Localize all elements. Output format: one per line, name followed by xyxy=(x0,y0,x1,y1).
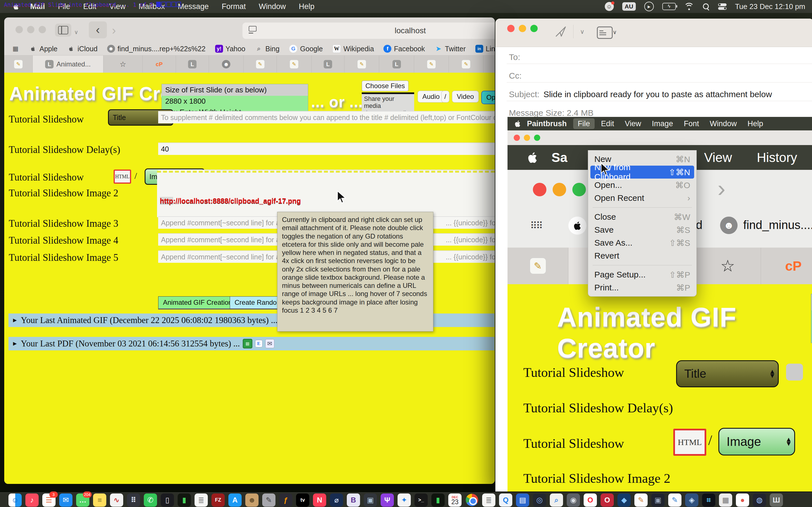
file-menu-item-save[interactable]: Save⌘S xyxy=(588,223,696,236)
disclosure-triangle-icon[interactable]: ► xyxy=(12,317,18,324)
tab[interactable]: L xyxy=(379,55,414,73)
battery-icon[interactable]: ϟ xyxy=(662,3,676,10)
choose-files-button[interactable]: Choose Files xyxy=(362,80,409,91)
control-center-icon[interactable] xyxy=(718,3,726,10)
dock-firefox[interactable]: ƒ xyxy=(279,494,292,507)
title-input[interactable]: To supplement # delimited comments below… xyxy=(158,111,495,123)
email-icon[interactable]: ✉ xyxy=(265,339,274,348)
file-menu-item-save-as-[interactable]: Save As...⇧⌘S xyxy=(588,236,696,249)
dock-disk[interactable]: ◎ xyxy=(533,494,546,507)
tab[interactable]: L xyxy=(176,55,209,73)
bookmark-Yahoo[interactable]: y!Yahoo xyxy=(215,45,245,53)
video-button[interactable]: Video xyxy=(452,91,479,103)
tab-active[interactable]: LAnimated... xyxy=(33,55,103,73)
dock-finder[interactable]: ☺ xyxy=(8,494,22,507)
dock-grid-app[interactable]: ▦ xyxy=(719,494,732,507)
sidebar-toggle-button[interactable] xyxy=(55,24,71,37)
close-button[interactable] xyxy=(15,26,23,33)
bookmark-Twitter[interactable]: ➤Twitter xyxy=(435,45,466,53)
dock-moon-app[interactable]: ◍ xyxy=(753,494,766,507)
dock-textedit[interactable]: ≣ xyxy=(195,494,208,507)
menu-mailbox[interactable]: Mailbox xyxy=(139,2,165,11)
dock-bbedit[interactable]: B xyxy=(347,494,360,507)
image2-url-link[interactable]: http://localhost:8888/clipboad_agif-17.p… xyxy=(160,197,301,205)
attached-screenshot[interactable]: Paintbrush FileEditViewImageFontWindowHe… xyxy=(507,117,812,492)
dock-apple-tv[interactable]: tv xyxy=(296,494,309,507)
dock-gimp[interactable]: ✎ xyxy=(262,494,275,507)
chevron-down-icon[interactable]: ∨ xyxy=(74,29,79,36)
minimize-button[interactable] xyxy=(27,26,35,33)
menu-edit[interactable]: Edit xyxy=(83,2,96,11)
tab[interactable]: ✎ xyxy=(345,55,379,73)
dock-calendar[interactable]: DEC23 xyxy=(448,494,462,507)
bookmark-Lin[interactable]: inLin xyxy=(475,45,495,53)
tab[interactable]: L xyxy=(312,55,345,73)
dock-camera[interactable]: ◉ xyxy=(567,494,580,507)
dock-facetime[interactable]: ✆ xyxy=(144,494,157,507)
dock-podcasts[interactable]: Ψ xyxy=(380,494,394,507)
dock-messages[interactable]: …204 xyxy=(76,494,89,507)
dock-preview[interactable]: ▣ xyxy=(364,494,377,507)
dock-utility[interactable]: ▮ xyxy=(177,494,191,507)
menu-window[interactable]: Window xyxy=(259,2,286,11)
tab[interactable]: ✎ xyxy=(449,55,484,73)
bookmark-Facebook[interactable]: fFacebook xyxy=(384,45,425,53)
wifi-icon[interactable] xyxy=(684,3,694,10)
bookmark-Bing[interactable]: ⌕Bing xyxy=(255,45,280,53)
dock-paintbrush-2[interactable]: ✎ xyxy=(668,494,681,507)
dock-chrome[interactable] xyxy=(465,494,478,507)
address-bar[interactable]: localhost xyxy=(243,22,495,39)
dock-utility-2[interactable]: ▮ xyxy=(432,494,445,507)
page-settings-icon[interactable] xyxy=(249,26,256,35)
menu-bar-clock[interactable]: Tue 23 Dec 12:10 pm xyxy=(735,2,805,11)
close-button[interactable] xyxy=(507,25,515,32)
dock-code-app[interactable]: ⌗ xyxy=(702,494,715,507)
menu-message[interactable]: Message xyxy=(178,2,209,11)
size-value[interactable]: 2880 x 1800 xyxy=(162,96,308,107)
dock-meter[interactable]: ∿ xyxy=(110,494,123,507)
delay-input[interactable]: 40 xyxy=(158,143,495,155)
tab[interactable]: ✎ xyxy=(484,55,495,73)
menu-mail[interactable]: Mail xyxy=(30,2,45,11)
chevron-down-icon[interactable]: ∨ xyxy=(613,29,617,36)
dock-dev-app[interactable]: ◆ xyxy=(617,494,631,507)
file-menu-item-revert[interactable]: Revert xyxy=(588,249,696,262)
zoom-button[interactable] xyxy=(39,26,46,33)
bookmark-grid[interactable]: ▦ xyxy=(11,45,19,53)
disclosure-triangle-icon[interactable]: ► xyxy=(12,340,18,347)
apple-menu-icon[interactable] xyxy=(12,3,20,10)
back-button[interactable]: ‹ xyxy=(89,21,107,38)
dock-blue-app[interactable]: ◈ xyxy=(685,494,698,507)
dock-filezilla[interactable]: FZ xyxy=(211,494,225,507)
dock-safari[interactable]: ✦ xyxy=(398,494,411,507)
file-menu-item-print-[interactable]: Print...⌘P xyxy=(588,281,696,294)
now-playing-icon[interactable]: ▶ xyxy=(644,2,654,11)
tab[interactable]: ✎ xyxy=(4,55,33,73)
menu-file[interactable]: File xyxy=(58,2,70,11)
dock-opera-gx[interactable]: O xyxy=(601,494,614,507)
format-button[interactable] xyxy=(597,26,613,39)
tab[interactable]: ☆ xyxy=(103,55,143,73)
input-source-badge[interactable]: AU xyxy=(622,2,636,11)
tab[interactable]: ✎ xyxy=(414,55,449,73)
file-menu-item-open-[interactable]: Open...⌘O xyxy=(588,179,696,191)
dock-record-app[interactable]: ● xyxy=(736,494,749,507)
audio-button[interactable]: Audio xyxy=(417,91,444,103)
animated-gif-creation-button[interactable]: Animated GIF Creation xyxy=(158,296,237,309)
dock-contacts[interactable]: ☻ xyxy=(245,494,259,507)
user-status-icon[interactable]: ☺ xyxy=(605,2,614,11)
send-button[interactable] xyxy=(555,25,567,38)
subject-field[interactable]: Subject:Slide in clipboard ready for you… xyxy=(509,90,812,99)
zoom-button[interactable] xyxy=(530,25,538,32)
dock-app-store[interactable]: A xyxy=(229,494,242,507)
cc-field[interactable]: Cc: xyxy=(509,71,812,80)
dock-news[interactable]: N xyxy=(313,494,326,507)
tab[interactable]: cP xyxy=(143,55,176,73)
spotlight-icon[interactable] xyxy=(702,3,710,10)
tab[interactable]: ☻ xyxy=(209,55,244,73)
dock-notes[interactable]: ≡ xyxy=(93,494,106,507)
tab[interactable]: ✎ xyxy=(277,55,312,73)
file-menu-item-close[interactable]: Close⌘W xyxy=(588,210,696,223)
option-button[interactable]: Option xyxy=(481,91,495,104)
bookmark-find_minus....rep+%22s%22[interactable]: ☻find_minus....rep+%22s%22 xyxy=(107,45,206,53)
